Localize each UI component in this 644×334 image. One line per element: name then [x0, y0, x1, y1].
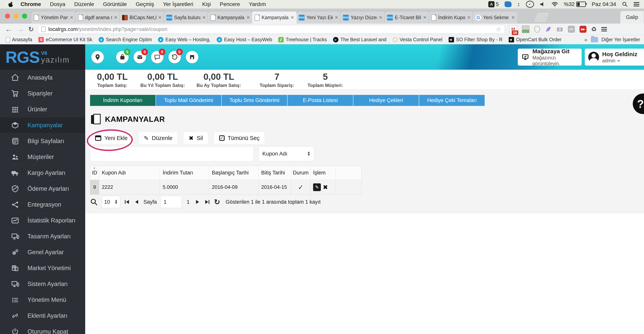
tab-close-icon[interactable]: ✕ — [467, 15, 471, 20]
tab-close-icon[interactable]: ✕ — [379, 15, 382, 20]
apple-logo-icon[interactable] — [7, 1, 14, 8]
tab-close-icon[interactable]: ✕ — [246, 15, 250, 20]
tab-indirim-kuponlari[interactable]: İndirim Kuponlar ✕ — [428, 11, 474, 24]
bookmark-treehouse[interactable]: Treehouse | Tracks — [275, 37, 330, 42]
tab-yeni-yazi-ekle[interactable]: RGS Yeni Yazı Ekle ‹ ✕ — [296, 11, 341, 24]
duzenle-button[interactable]: ✎ Düzenle — [139, 132, 178, 144]
spotlight-search-icon[interactable] — [622, 1, 628, 7]
header-islem[interactable]: İşlem — [310, 166, 336, 180]
sidebar-item-istatistik-raporlari[interactable]: İstatistik Raporları — [0, 212, 85, 228]
notification-center-icon[interactable] — [634, 2, 639, 6]
tab-close-icon[interactable]: ✕ — [511, 15, 515, 20]
filter-field-select[interactable]: Kupon Adı ▲▼ — [258, 146, 314, 161]
mamp-icon[interactable] — [504, 1, 512, 7]
menu-chrome[interactable]: Chrome — [20, 1, 41, 7]
fastforward-extension-icon[interactable]: ▶▶ — [580, 26, 586, 33]
store-button-icon[interactable] — [186, 51, 198, 63]
battery-indicator[interactable]: %32 — [564, 1, 586, 7]
table-row[interactable]: 9 2222 5.0000 2016-04-09 2016-04-15 ✓ ✎ … — [90, 180, 361, 194]
tab-hediye-cekleri[interactable]: Hediye Çekleri — [353, 95, 419, 106]
page-security-icon[interactable] — [42, 26, 46, 32]
tab-close-icon[interactable]: ✕ — [423, 15, 426, 20]
row-delete-button[interactable]: ✖ — [323, 184, 328, 191]
tumunu-sec-button[interactable]: ✓ Tümünü Seç — [214, 132, 264, 144]
tab-close-icon[interactable]: ✕ — [202, 15, 206, 20]
yeni-ekle-button[interactable]: Yeni Ekle — [90, 132, 133, 144]
bookmark-anasayfa[interactable]: Anasayfa — [3, 37, 35, 42]
adobe-menu-icon[interactable]: A 5 — [488, 1, 499, 7]
reload-button[interactable]: ↻ — [28, 25, 34, 33]
bookmark-easy-host[interactable]: eEasy Host – EasyWeb — [214, 37, 275, 42]
bookmark-vesta[interactable]: Vesta Control Panel — [390, 37, 446, 42]
menu-kisi[interactable]: Kişi — [202, 1, 211, 7]
new-tab-button[interactable] — [533, 12, 550, 22]
tab-yeni-sekme[interactable]: G Yeni Sekme ✕ — [472, 11, 518, 24]
menu-duzenle[interactable]: Düzenle — [74, 1, 94, 7]
back-button[interactable]: ← — [5, 25, 12, 33]
rgs-logo[interactable]: RGS V6 yazılım — [0, 44, 85, 70]
code-extension-icon[interactable]: </> — [568, 26, 575, 33]
menu-dosya[interactable]: Dosya — [50, 1, 65, 7]
magazaya-git-button[interactable]: Mağazaya Git Mağazınızı görüntüleyin. — [518, 48, 582, 66]
tab-kampanyalar-active[interactable]: Kampanyalar ✕ — [252, 11, 297, 24]
tab-close-icon[interactable]: ✕ — [70, 15, 74, 20]
tab-dgdf-arama[interactable]: dgdf arama son ✕ — [75, 11, 120, 24]
tab-yaziyi-duzenle[interactable]: RGS Yazıyı Düzenle ‹ ✕ — [340, 11, 385, 24]
other-bookmarks-label[interactable]: Diğer Yer İşaretler — [602, 37, 640, 42]
menu-goruntule[interactable]: Görüntüle — [103, 1, 127, 7]
sidebar-item-bilgi-sayfalari[interactable]: Bilgi Sayfaları — [0, 133, 85, 149]
sidebar-item-kampanyalar[interactable]: Kampanyalar — [0, 117, 85, 133]
sidebar-item-genel-ayarlar[interactable]: Genel Ayarlar — [0, 244, 85, 260]
shield-extension-icon[interactable] — [534, 26, 540, 33]
menu-gecmis[interactable]: Geçmiş — [136, 1, 154, 7]
tab-bicaps[interactable]: BiCaps.Net,Full ✕ — [119, 11, 164, 24]
sidebar-item-siparisler[interactable]: Siparişler — [0, 86, 85, 102]
sidebar-item-kargo-ayarlari[interactable]: Kargo Ayarları — [0, 165, 85, 181]
address-bar[interactable]: localrgs.com/yonetim/index.php?page=sale… — [38, 25, 505, 34]
tab-toplu-sms[interactable]: Toplu Sms Gönderimi — [222, 95, 288, 106]
location-button[interactable] — [92, 51, 104, 63]
browser-profile-name[interactable]: Galip — [620, 11, 644, 24]
user-menu[interactable]: Hoş Geldiniz admin — [585, 48, 644, 66]
refresh-icon[interactable]: ↻ — [214, 198, 220, 206]
gmail-extension-icon[interactable]: M 16 — [510, 25, 517, 33]
sync-check-icon[interactable]: ✓ — [526, 1, 534, 8]
menu-clock[interactable]: Paz 04:34 — [592, 1, 616, 7]
recycle-extension-icon[interactable]: ♻ — [591, 26, 597, 33]
prev-page-button[interactable] — [134, 199, 140, 205]
tab-indirim-kuponlari[interactable]: İndirim Kuponları — [90, 95, 156, 106]
last-page-button[interactable] — [204, 199, 210, 205]
bookmarks-overflow-chevron[interactable]: » — [584, 36, 588, 43]
header-kupon-adi[interactable]: Kupon Adı — [99, 166, 160, 180]
tab-hediye-ceki-temalari[interactable]: Hediye Çeki Temaları — [419, 95, 485, 106]
sidebar-item-musteriler[interactable]: Müşteriler — [0, 149, 85, 165]
photo-extension-icon[interactable] — [522, 25, 530, 33]
sidebar-item-anasayfa[interactable]: Anasayfa — [0, 70, 85, 86]
bookmark-search-engine[interactable]: eSearch Engine Optim — [96, 37, 155, 42]
bookmark-easy-web[interactable]: eEasy Web – Hosting, — [155, 37, 214, 42]
sidebar-item-sistem-ayarlari[interactable]: Sistem Ayarları — [0, 276, 85, 292]
forward-button[interactable]: → — [17, 25, 24, 33]
tab-eposta-listesi[interactable]: E-Posta Listesi — [288, 95, 353, 106]
zoom-window-button[interactable] — [22, 14, 27, 18]
header-bitis-tarihi[interactable]: Bitiş Tarihi — [258, 166, 291, 180]
sidebar-item-market-yonetimi[interactable]: Market Yönetimi — [0, 260, 85, 276]
history-button[interactable]: 0 — [168, 51, 181, 63]
bookmark-ecommerce-ui-kit[interactable]: SeCommerce UI Kit Sk — [35, 37, 95, 42]
tab-eticaret-bilgi[interactable]: RGS E-Ticaret Bilgi B ✕ — [384, 11, 430, 24]
menu-pencere[interactable]: Pencere — [220, 1, 240, 7]
page-size-select[interactable]: 10 ▲▼ — [102, 196, 120, 208]
coupon-search-input[interactable] — [90, 146, 254, 161]
minimize-window-button[interactable] — [14, 14, 18, 18]
tab-close-icon[interactable]: ✕ — [158, 15, 162, 20]
search-icon[interactable] — [90, 198, 98, 206]
tab-close-icon[interactable]: ✕ — [291, 15, 294, 20]
sidebar-item-tasarim-ayarlari[interactable]: Tasarım Ayarları — [0, 228, 85, 244]
menu-yardim[interactable]: Yardım — [249, 1, 266, 7]
row-edit-button[interactable]: ✎ — [313, 183, 321, 191]
sidebar-item-entegrasyon[interactable]: Entegrasyon — [0, 197, 85, 212]
tab-close-icon[interactable]: ✕ — [114, 15, 118, 20]
sidebar-item-eklenti-ayarlari[interactable]: Eklenti Ayarları — [0, 308, 85, 324]
messages-button[interactable]: 0 — [134, 51, 146, 63]
sidebar-item-oturumu-kapat[interactable]: Oturumu Kapat — [0, 324, 85, 334]
